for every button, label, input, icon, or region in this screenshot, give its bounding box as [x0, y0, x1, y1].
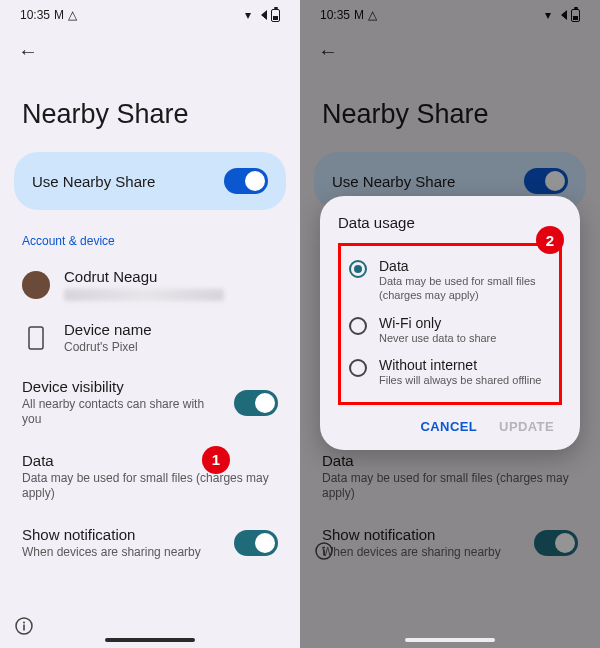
data-sub: Data may be used for small files (charge…: [22, 471, 278, 502]
back-button[interactable]: ←: [318, 40, 338, 63]
radio-group-highlight: DataData may be used for small files (ch…: [338, 243, 562, 405]
avatar: [22, 271, 50, 299]
svg-rect-7: [323, 549, 325, 555]
gmail-icon: M: [54, 8, 64, 22]
status-time: 10:35: [20, 8, 50, 22]
svg-rect-3: [23, 625, 25, 631]
notif-title: Show notification: [22, 526, 224, 543]
data-usage-row[interactable]: DataData may be used for small files (ch…: [300, 440, 600, 514]
svg-point-2: [23, 622, 25, 624]
radio-checked-icon[interactable]: [349, 260, 367, 278]
section-account-device: Account & device: [0, 228, 300, 258]
update-button[interactable]: UPDATE: [499, 419, 554, 434]
triangle-icon: △: [368, 8, 377, 22]
visibility-sub: All nearby contacts can share with you: [22, 397, 224, 428]
use-nearby-share-label: Use Nearby Share: [32, 173, 155, 190]
info-icon[interactable]: [314, 541, 334, 565]
visibility-switch[interactable]: [234, 390, 278, 416]
back-button[interactable]: ←: [18, 40, 38, 63]
status-time: 10:35: [320, 8, 350, 22]
battery-icon: [571, 9, 580, 22]
radio-unchecked-icon[interactable]: [349, 317, 367, 335]
notif-switch[interactable]: [234, 530, 278, 556]
nav-bar: [405, 638, 495, 642]
page-title: Nearby Share: [300, 71, 600, 152]
radio-option-without-internet[interactable]: Without internetFiles will always be sha…: [349, 351, 551, 394]
svg-rect-0: [29, 327, 43, 349]
wifi-icon: ▾: [245, 8, 251, 22]
signal-icon: [255, 10, 267, 20]
device-name-row[interactable]: Device name Codrut's Pixel: [0, 311, 300, 366]
dialog-title: Data usage: [338, 214, 562, 231]
show-notification-row[interactable]: Show notificationWhen devices are sharin…: [300, 514, 600, 573]
screenshot-left: 10:35 M △ ▾ ← Nearby Share Use Nearby Sh…: [0, 0, 300, 648]
visibility-title: Device visibility: [22, 378, 224, 395]
triangle-icon: △: [68, 8, 77, 22]
toggle-switch-on[interactable]: [224, 168, 268, 194]
phone-icon: [22, 326, 50, 350]
device-visibility-row[interactable]: Device visibility All nearby contacts ca…: [0, 366, 300, 440]
signal-icon: [555, 10, 567, 20]
radio-unchecked-icon[interactable]: [349, 359, 367, 377]
show-notification-row[interactable]: Show notification When devices are shari…: [0, 514, 300, 573]
device-name-label: Device name: [64, 321, 278, 338]
toggle-switch-on[interactable]: [524, 168, 568, 194]
callout-badge-2: 2: [536, 226, 564, 254]
status-bar: 10:35 M △ ▾: [0, 0, 300, 26]
account-name: Codrut Neagu: [64, 268, 278, 285]
battery-icon: [271, 9, 280, 22]
radio-option-data[interactable]: DataData may be used for small files (ch…: [349, 252, 551, 309]
account-row[interactable]: Codrut Neagu: [0, 258, 300, 311]
screenshot-right: 10:35 M △ ▾ ← Nearby Share Use Nearby Sh…: [300, 0, 600, 648]
wifi-icon: ▾: [545, 8, 551, 22]
device-name-value: Codrut's Pixel: [64, 340, 278, 356]
use-nearby-share-toggle[interactable]: Use Nearby Share: [14, 152, 286, 210]
data-title: Data: [22, 452, 278, 469]
gmail-icon: M: [354, 8, 364, 22]
info-icon[interactable]: [14, 616, 34, 640]
page-title: Nearby Share: [0, 71, 300, 152]
radio-option-wifi-only[interactable]: Wi-Fi onlyNever use data to share: [349, 309, 551, 352]
nav-bar: [105, 638, 195, 642]
data-usage-row[interactable]: Data Data may be used for small files (c…: [0, 440, 300, 514]
account-email-redacted: [64, 289, 224, 301]
data-usage-dialog: Data usage 2 DataData may be used for sm…: [320, 196, 580, 450]
cancel-button[interactable]: CANCEL: [421, 419, 478, 434]
svg-point-6: [323, 546, 325, 548]
notif-sub: When devices are sharing nearby: [22, 545, 224, 561]
status-bar: 10:35 M △ ▾: [300, 0, 600, 26]
callout-badge-1: 1: [202, 446, 230, 474]
